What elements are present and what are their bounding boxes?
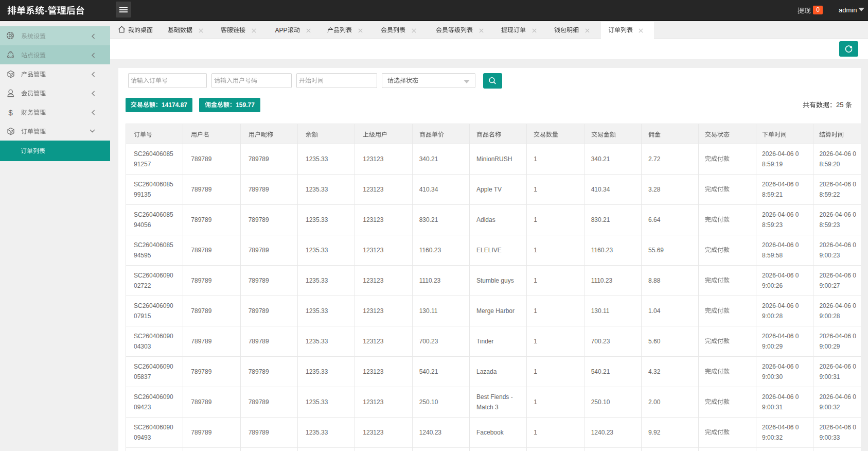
svg-text:$: $ — [8, 108, 13, 116]
